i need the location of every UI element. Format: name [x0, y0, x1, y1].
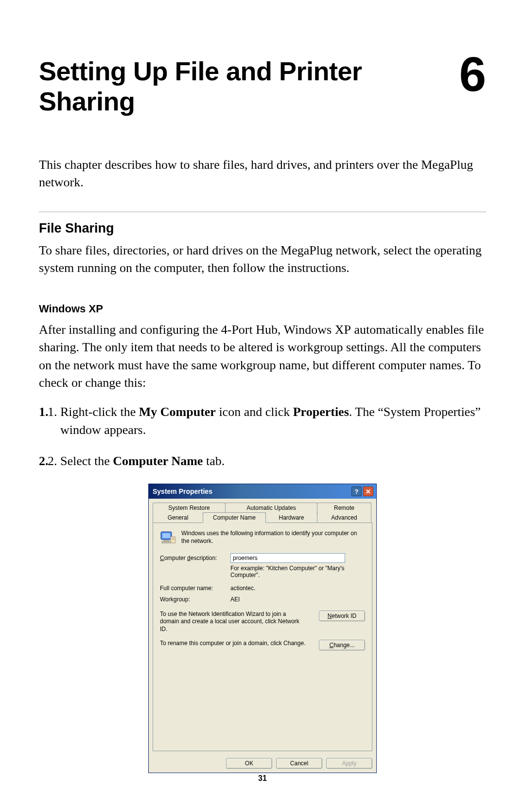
network-id-button[interactable]: Network ID [319, 611, 365, 621]
section-title: File Sharing [39, 221, 486, 236]
step-number: 2. [39, 452, 49, 470]
step-bold: My Computer [139, 405, 216, 419]
tab-system-restore[interactable]: System Restore [153, 503, 226, 513]
tab-general[interactable]: General [153, 512, 203, 523]
tab-computer-name[interactable]: Computer Name [203, 512, 266, 523]
step-2: 2. Select the Computer Name tab. [60, 452, 486, 470]
apply-button[interactable]: Apply [326, 758, 372, 769]
titlebar: System Properties ? ✕ [149, 484, 376, 499]
chapter-intro: This chapter describes how to share file… [39, 156, 486, 191]
chapter-title: Setting Up File and Printer Sharing [39, 56, 459, 116]
svg-rect-1 [162, 533, 170, 538]
subsection-body-pre: After installing and configuring the 4-P… [39, 323, 335, 337]
step-text: icon and click [216, 405, 293, 419]
svg-rect-3 [162, 541, 171, 543]
dialog-title: System Properties [153, 487, 212, 495]
chapter-header: Setting Up File and Printer Sharing 6 [39, 56, 486, 116]
dialog-screenshot: System Properties ? ✕ System Restore Aut… [39, 484, 486, 773]
step-text: tab. [203, 454, 225, 468]
computer-description-input[interactable] [230, 553, 345, 563]
workgroup-label: Workgroup: [160, 595, 230, 603]
info-row: Windows uses the following information t… [160, 530, 365, 545]
change-row: To rename this computer or join a domain… [160, 640, 365, 650]
page-number: 31 [0, 774, 525, 783]
system-properties-dialog: System Properties ? ✕ System Restore Aut… [148, 484, 377, 773]
titlebar-buttons: ? ✕ [351, 487, 373, 496]
dialog-footer: OK Cancel Apply [149, 754, 376, 773]
workgroup-row: Workgroup: AEI [160, 595, 365, 603]
tabs-area: System Restore Automatic Updates Remote … [149, 499, 376, 754]
tab-advanced[interactable]: Advanced [317, 512, 371, 523]
tab-remote[interactable]: Remote [317, 503, 371, 513]
change-text: To rename this computer or join a domain… [160, 640, 306, 648]
subsection-body-xp: XP [335, 323, 351, 337]
section-divider [39, 212, 486, 212]
section-body: To share files, directories, or hard dri… [39, 242, 486, 277]
close-button[interactable]: ✕ [363, 487, 373, 496]
computer-description-row: Computer description: For example: "Kitc… [160, 553, 365, 578]
ok-button[interactable]: OK [226, 758, 272, 769]
tab-automatic-updates[interactable]: Automatic Updates [225, 503, 317, 513]
step-text: Select the [60, 454, 113, 468]
network-id-text: To use the Network Identification Wizard… [160, 611, 306, 633]
full-computer-name-value: actiontec. [230, 583, 255, 592]
steps-list: 1. Right-click the My Computer icon and … [39, 403, 486, 470]
computer-description-hint: For example: "Kitchen Computer" or "Mary… [230, 565, 365, 578]
network-id-row: To use the Network Identification Wizard… [160, 611, 365, 633]
full-computer-name-row: Full computer name: actiontec. [160, 583, 365, 592]
computer-icon [160, 530, 176, 544]
step-1: 1. Right-click the My Computer icon and … [60, 403, 486, 439]
subsection-title: Windows XP [39, 303, 486, 315]
tabs-row-back: System Restore Automatic Updates Remote [153, 503, 372, 513]
step-bold: Properties [293, 405, 349, 419]
subsection-body: After installing and configuring the 4-P… [39, 321, 486, 392]
step-text: Right-click the [60, 405, 139, 419]
step-bold: Computer Name [113, 454, 203, 468]
full-computer-name-label: Full computer name: [160, 583, 230, 592]
tab-hardware[interactable]: Hardware [265, 512, 317, 523]
step-number: 1. [39, 403, 49, 421]
computer-description-label: Computer description: [160, 553, 230, 561]
change-button[interactable]: Change... [319, 640, 365, 650]
workgroup-value: AEI [230, 595, 240, 603]
chapter-number: 6 [459, 52, 486, 96]
info-text: Windows uses the following information t… [181, 530, 365, 545]
tabs-row-front: General Computer Name Hardware Advanced [153, 512, 372, 523]
cancel-button[interactable]: Cancel [276, 758, 322, 769]
tab-panel: Windows uses the following information t… [153, 523, 372, 751]
help-button[interactable]: ? [351, 487, 362, 496]
